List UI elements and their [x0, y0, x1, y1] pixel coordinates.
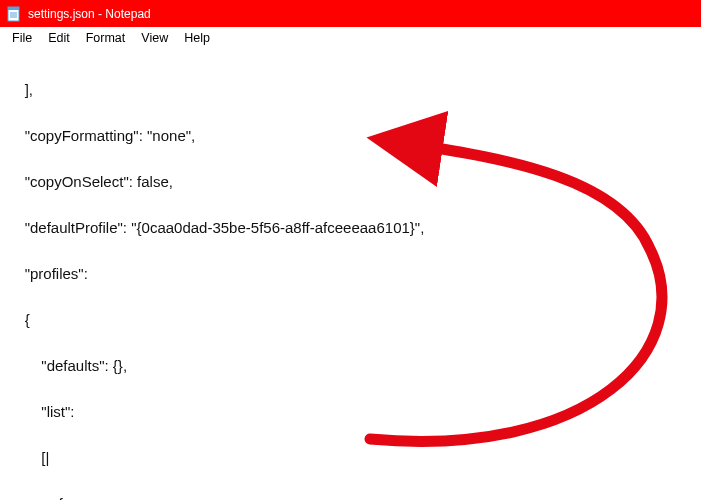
menu-format[interactable]: Format	[78, 29, 134, 47]
menu-view[interactable]: View	[133, 29, 176, 47]
text-editor[interactable]: ], "copyFormatting": "none", "copyOnSele…	[0, 49, 701, 500]
code-line: ],	[8, 78, 691, 101]
code-line: {	[8, 308, 691, 331]
code-line: {	[8, 492, 691, 500]
window-title: settings.json - Notepad	[28, 7, 151, 21]
code-line: [|	[8, 446, 691, 469]
code-line: "copyFormatting": "none",	[8, 124, 691, 147]
code-line: "defaults": {},	[8, 354, 691, 377]
svg-rect-1	[8, 7, 19, 10]
menu-edit[interactable]: Edit	[40, 29, 78, 47]
menu-file[interactable]: File	[4, 29, 40, 47]
code-line: "defaultProfile": "{0caa0dad-35be-5f56-a…	[8, 216, 691, 239]
notepad-icon	[6, 6, 22, 22]
menubar: File Edit Format View Help	[0, 27, 701, 49]
code-line: "profiles":	[8, 262, 691, 285]
titlebar: settings.json - Notepad	[0, 0, 701, 27]
code-line: "copyOnSelect": false,	[8, 170, 691, 193]
menu-help[interactable]: Help	[176, 29, 218, 47]
code-line: "list":	[8, 400, 691, 423]
